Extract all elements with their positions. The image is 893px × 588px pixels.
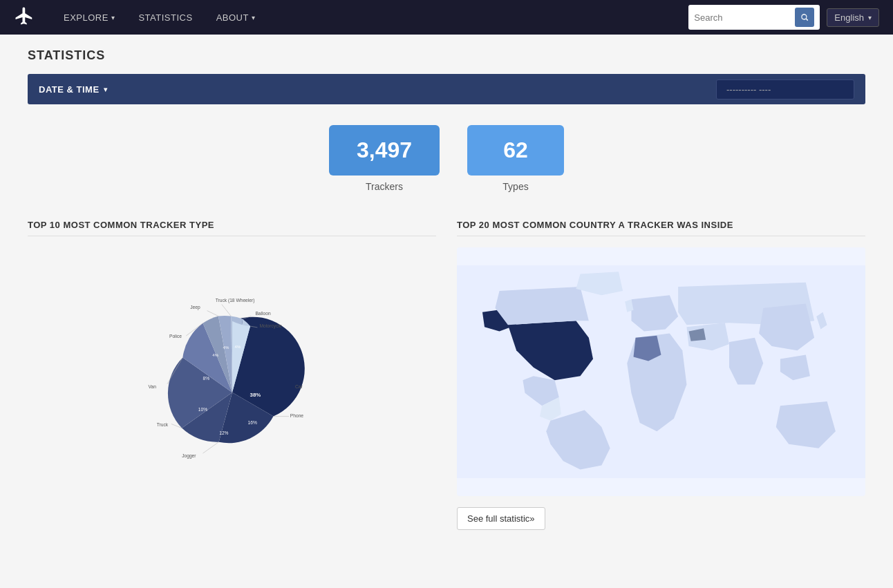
types-label: Types xyxy=(502,181,528,192)
see-full-statistic-button[interactable]: See full statistic» xyxy=(457,507,545,530)
stat-trackers: 3,497 Trackers xyxy=(329,125,440,192)
pct-truck: 10% xyxy=(198,407,207,412)
world-map xyxy=(457,247,865,496)
page-content: STATISTICS DATE & TIME ▾ ---------- ----… xyxy=(0,35,893,551)
svg-line-5 xyxy=(207,311,218,316)
label-motorcycle: Motorcycle xyxy=(259,323,281,329)
page-title: STATISTICS xyxy=(28,48,865,63)
pct-phone: 16% xyxy=(247,420,256,425)
trackers-value: 3,497 xyxy=(329,125,440,176)
svg-line-6 xyxy=(221,305,230,316)
svg-line-1 xyxy=(203,442,218,453)
country-canada xyxy=(495,287,588,325)
pct-van: 8% xyxy=(203,376,209,381)
language-selector[interactable]: English ▾ xyxy=(827,8,879,27)
nav-statistics[interactable]: STATISTICS xyxy=(130,7,200,28)
pct-18w: 4% xyxy=(234,345,241,349)
nav-right: English ▾ xyxy=(688,5,879,30)
nav-items: EXPLORE ▾ STATISTICS ABOUT ▾ xyxy=(55,7,688,28)
pct-jeep: 4% xyxy=(223,345,229,350)
pie-section: TOP 10 MOST COMMON TRACKER TYPE xyxy=(28,220,436,538)
map-section-title: TOP 20 MOST COMMON COUNTRY A TRACKER WAS… xyxy=(457,220,865,236)
label-jeep: Jeep xyxy=(190,305,200,310)
search-button[interactable] xyxy=(795,8,814,27)
sections-row: TOP 10 MOST COMMON TRACKER TYPE xyxy=(28,220,865,538)
brand-logo[interactable] xyxy=(14,6,35,29)
search-input[interactable] xyxy=(694,12,791,23)
navbar: EXPLORE ▾ STATISTICS ABOUT ▾ English ▾ xyxy=(0,0,893,35)
search-icon xyxy=(800,12,809,22)
trackers-label: Trackers xyxy=(366,181,403,192)
date-display: ---------- ---- xyxy=(716,79,854,99)
filter-bar: DATE & TIME ▾ ---------- ---- xyxy=(28,74,865,104)
label-truck: Truck xyxy=(156,422,168,427)
about-chevron-icon: ▾ xyxy=(252,14,256,21)
map-svg xyxy=(457,247,865,496)
map-section: TOP 20 MOST COMMON COUNTRY A TRACKER WAS… xyxy=(457,220,865,538)
label-car: Car xyxy=(295,384,303,389)
label-police: Police xyxy=(169,334,181,339)
date-time-button[interactable]: DATE & TIME ▾ xyxy=(39,84,107,95)
lang-chevron-icon: ▾ xyxy=(868,14,872,21)
explore-chevron-icon: ▾ xyxy=(111,14,115,21)
pct-car: 38% xyxy=(250,392,261,398)
label-phone: Phone xyxy=(290,413,303,418)
stats-numbers: 3,497 Trackers 62 Types xyxy=(28,125,865,192)
label-jogger: Jogger xyxy=(182,453,196,459)
datetime-chevron-icon: ▾ xyxy=(104,86,108,93)
pct-police: 4% xyxy=(212,353,218,357)
nav-explore[interactable]: EXPLORE ▾ xyxy=(55,7,123,28)
stat-types: 62 Types xyxy=(467,125,564,192)
label-balloon: Balloon xyxy=(255,311,271,316)
pie-chart: 38% 16% 12% 10% 8% 4% 4% 4% Car Phone Jo… xyxy=(115,275,350,510)
nav-about[interactable]: ABOUT ▾ xyxy=(208,7,264,28)
label-van: Van xyxy=(148,384,156,389)
search-box xyxy=(688,5,820,30)
pie-section-title: TOP 10 MOST COMMON TRACKER TYPE xyxy=(28,220,436,236)
chart-container: 38% 16% 12% 10% 8% 4% 4% 4% Car Phone Jo… xyxy=(28,247,436,538)
pct-jogger: 12% xyxy=(219,430,228,435)
types-value: 62 xyxy=(467,125,564,176)
label-18w: Truck (18 Wheeler) xyxy=(215,298,254,303)
